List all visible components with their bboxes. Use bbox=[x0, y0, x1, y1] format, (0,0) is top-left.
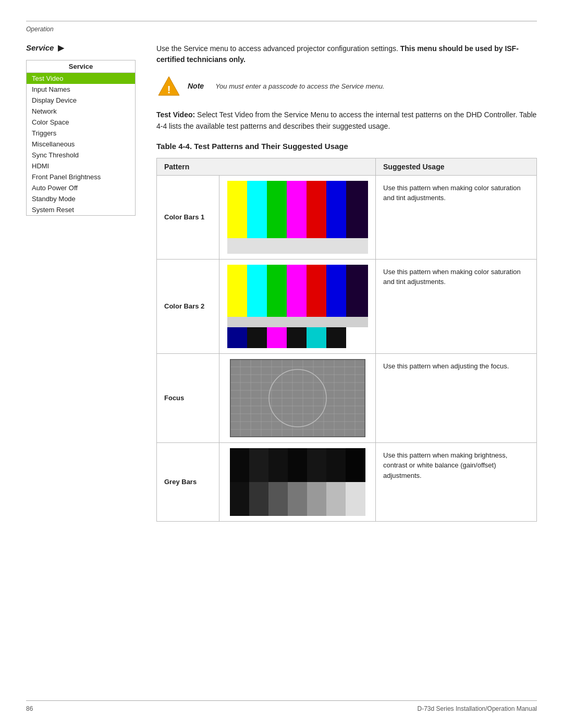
sidebar-item-test-video[interactable]: Test Video bbox=[27, 73, 135, 84]
svg-rect-57 bbox=[307, 448, 326, 482]
pattern-image-grey-bars bbox=[219, 442, 376, 521]
svg-rect-53 bbox=[230, 448, 249, 482]
main-content: Use the Service menu to access advanced … bbox=[156, 43, 537, 522]
svg-rect-63 bbox=[268, 482, 288, 516]
note-label: Note bbox=[188, 82, 204, 90]
svg-rect-9 bbox=[346, 181, 368, 238]
svg-rect-61 bbox=[230, 482, 249, 516]
svg-rect-24 bbox=[287, 327, 307, 348]
svg-rect-7 bbox=[307, 181, 326, 238]
svg-rect-3 bbox=[227, 181, 247, 238]
usage-focus: Use this pattern when adjusting the focu… bbox=[376, 353, 537, 442]
svg-rect-16 bbox=[307, 265, 326, 317]
table-row: Focus bbox=[157, 353, 537, 442]
svg-rect-56 bbox=[288, 448, 307, 482]
svg-rect-62 bbox=[249, 482, 268, 516]
usage-color-bars-1: Use this pattern when making color satur… bbox=[376, 175, 537, 259]
sidebar-item-auto-power-off[interactable]: Auto Power Off bbox=[27, 182, 135, 193]
col-header-pattern: Pattern bbox=[157, 158, 376, 175]
svg-rect-8 bbox=[326, 181, 346, 238]
svg-rect-22 bbox=[247, 327, 267, 348]
note-icon: ! bbox=[156, 73, 181, 98]
service-label-row: Service ▶ bbox=[26, 43, 141, 53]
svg-rect-59 bbox=[346, 448, 365, 482]
footer-page-number: 86 bbox=[26, 705, 33, 712]
pattern-table: Pattern Suggested Usage Color Bars 1 bbox=[156, 158, 537, 522]
svg-rect-17 bbox=[326, 265, 346, 317]
sidebar-menu-title: Service bbox=[27, 60, 135, 73]
table-row: Color Bars 1 bbox=[157, 175, 537, 259]
sidebar-item-color-space[interactable]: Color Space bbox=[27, 117, 135, 128]
svg-rect-12 bbox=[227, 265, 247, 317]
content-area: Service ▶ Service Test Video Input Names… bbox=[26, 43, 537, 522]
svg-rect-55 bbox=[268, 448, 288, 482]
pattern-name-color-bars-2: Color Bars 2 bbox=[157, 259, 219, 353]
pattern-name-focus: Focus bbox=[157, 353, 219, 442]
header-bar: Operation bbox=[26, 21, 537, 33]
pattern-name-grey-bars: Grey Bars bbox=[157, 442, 219, 521]
sidebar-item-front-panel-brightness[interactable]: Front Panel Brightness bbox=[27, 171, 135, 182]
col-header-usage: Suggested Usage bbox=[376, 158, 537, 175]
section-label: Operation bbox=[26, 26, 54, 33]
sidebar-item-standby-mode[interactable]: Standby Mode bbox=[27, 193, 135, 204]
svg-rect-54 bbox=[249, 448, 268, 482]
svg-rect-21 bbox=[227, 327, 247, 348]
sidebar-item-sync-threshold[interactable]: Sync Threshold bbox=[27, 150, 135, 161]
sidebar-menu: Service Test Video Input Names Display D… bbox=[26, 60, 136, 216]
svg-rect-58 bbox=[326, 448, 346, 482]
pattern-image-color-bars-2 bbox=[219, 259, 376, 353]
sidebar-item-hdmi[interactable]: HDMI bbox=[27, 161, 135, 171]
svg-rect-14 bbox=[267, 265, 287, 317]
svg-rect-18 bbox=[346, 265, 368, 317]
svg-rect-4 bbox=[247, 181, 267, 238]
table-row: Grey Bars bbox=[157, 442, 537, 521]
body-text: Test Video: Select Test Video from the S… bbox=[156, 109, 537, 132]
svg-rect-5 bbox=[267, 181, 287, 238]
svg-rect-23 bbox=[267, 327, 287, 348]
table-title: Table 4-4. Test Patterns and Their Sugge… bbox=[156, 142, 537, 151]
pattern-name-color-bars-1: Color Bars 1 bbox=[157, 175, 219, 259]
svg-rect-67 bbox=[346, 482, 365, 516]
service-arrow-icon: ▶ bbox=[58, 43, 64, 53]
intro-text: Use the Service menu to access advanced … bbox=[156, 43, 537, 65]
sidebar-item-input-names[interactable]: Input Names bbox=[27, 84, 135, 95]
service-heading: Service bbox=[26, 43, 54, 52]
footer: 86 D-73d Series Installation/Operation M… bbox=[26, 700, 537, 712]
svg-rect-13 bbox=[247, 265, 267, 317]
note-box: ! Note You must enter a passcode to acce… bbox=[156, 73, 537, 98]
focus-svg bbox=[230, 359, 365, 437]
sidebar-item-miscellaneous[interactable]: Miscellaneous bbox=[27, 139, 135, 150]
sidebar-item-network[interactable]: Network bbox=[27, 106, 135, 117]
warning-triangle-icon: ! bbox=[157, 75, 180, 97]
color-bars-1-svg bbox=[227, 181, 368, 254]
svg-rect-26 bbox=[326, 327, 346, 348]
svg-rect-15 bbox=[287, 265, 307, 317]
usage-grey-bars: Use this pattern when making brightness,… bbox=[376, 442, 537, 521]
svg-rect-6 bbox=[287, 181, 307, 238]
color-bars-2-svg bbox=[227, 265, 368, 348]
sidebar: Service ▶ Service Test Video Input Names… bbox=[26, 43, 141, 522]
note-text: You must enter a passcode to access the … bbox=[215, 82, 384, 90]
svg-rect-25 bbox=[307, 327, 326, 348]
body-text-content: Select Test Video from the Service Menu … bbox=[156, 110, 536, 130]
sidebar-item-triggers[interactable]: Triggers bbox=[27, 128, 135, 139]
svg-rect-65 bbox=[307, 482, 326, 516]
sidebar-item-system-reset[interactable]: System Reset bbox=[27, 204, 135, 215]
svg-rect-27 bbox=[346, 327, 368, 348]
svg-rect-66 bbox=[326, 482, 346, 516]
table-row: Color Bars 2 bbox=[157, 259, 537, 353]
usage-color-bars-2: Use this pattern when making color satur… bbox=[376, 259, 537, 353]
svg-rect-19 bbox=[227, 317, 368, 327]
pattern-image-color-bars-1 bbox=[219, 175, 376, 259]
footer-manual-title: D-73d Series Installation/Operation Manu… bbox=[418, 705, 537, 712]
svg-text:!: ! bbox=[167, 84, 171, 95]
pattern-image-focus bbox=[219, 353, 376, 442]
svg-rect-10 bbox=[227, 238, 368, 254]
svg-rect-64 bbox=[288, 482, 307, 516]
grey-bars-svg bbox=[230, 448, 365, 516]
sidebar-item-display-device[interactable]: Display Device bbox=[27, 95, 135, 106]
